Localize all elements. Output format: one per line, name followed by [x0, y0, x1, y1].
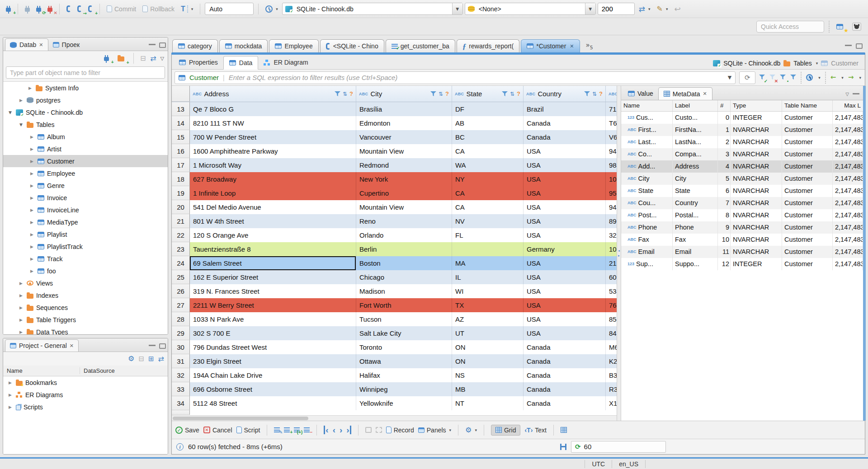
- cell-state[interactable]: BC: [452, 130, 524, 144]
- sort-icon[interactable]: ⇅: [343, 91, 347, 97]
- grid-row[interactable]: 25162 E Superior StreetChicagoILUSA60: [172, 270, 617, 284]
- meta-row[interactable]: ABCPhonePhone9NVARCHARCustomer2,147,483: [621, 221, 863, 234]
- text-view-button[interactable]: ‹T›Text: [524, 427, 547, 434]
- cell-postal[interactable]: 10: [606, 172, 617, 186]
- dbeaver-perspective-button[interactable]: [850, 21, 863, 32]
- expand-arrow-icon[interactable]: ▶: [30, 220, 35, 225]
- recent-sql-editor-button[interactable]: →: [75, 4, 84, 14]
- cell-postal[interactable]: 94: [606, 200, 617, 214]
- panels-button[interactable]: Panels▾: [418, 427, 451, 434]
- cell-country[interactable]: USA: [524, 144, 606, 158]
- meta-row[interactable]: ABCStateState6NVARCHARCustomer2,147,483: [621, 185, 863, 197]
- grid-row[interactable]: 15700 W Pender StreetVancouverBCCanadaV6: [172, 130, 617, 144]
- column-name[interactable]: Name: [3, 367, 80, 374]
- nav-new-folder-button[interactable]: +: [115, 54, 127, 63]
- maximize-icon[interactable]: [856, 43, 863, 49]
- cell-address[interactable]: 696 Osborne Street: [190, 382, 356, 396]
- cell-state[interactable]: WA: [452, 158, 524, 172]
- cell-state[interactable]: ON: [452, 354, 524, 368]
- expand-arrow-icon[interactable]: ▶: [30, 183, 35, 188]
- cell-address[interactable]: 700 W Pender Street: [190, 130, 356, 144]
- new-sql-editor-button[interactable]: +: [86, 4, 95, 14]
- cell-country[interactable]: Brazil: [524, 102, 606, 116]
- tree-item-system-info[interactable]: ▶System Info: [3, 82, 168, 94]
- cell-postal[interactable]: 71: [606, 102, 617, 116]
- column-header-postal[interactable]: ABC: [606, 86, 617, 102]
- grid-row[interactable]: 2469 Salem StreetBostonMAUSA21: [172, 256, 617, 270]
- meta-row[interactable]: ABCCityCity5NVARCHARCustomer2,147,483: [621, 173, 863, 185]
- cell-city[interactable]: Halifax: [356, 368, 452, 382]
- filter-dropdown-icon[interactable]: ▼: [728, 75, 731, 80]
- database-dropdown-button[interactable]: ▼: [585, 3, 595, 14]
- tree-item-invoiceline[interactable]: ▶InvoiceLine: [3, 204, 168, 216]
- grid-view-button[interactable]: Grid: [491, 425, 520, 436]
- meta-row[interactable]: 123Sup...Suppo...12INTEGERCustomer2,147,…: [621, 258, 863, 270]
- column-type[interactable]: Type: [731, 100, 782, 111]
- expand-arrow-icon[interactable]: ▶: [19, 98, 24, 103]
- expand-arrow-icon[interactable]: ▶: [19, 293, 24, 298]
- tree-item-data-types[interactable]: ▶Data Types: [3, 326, 168, 334]
- previous-row-button[interactable]: ‹: [333, 426, 335, 434]
- cell-city[interactable]: Mountain View: [356, 200, 452, 214]
- cell-address[interactable]: 230 Elgin Street: [190, 354, 356, 368]
- column-datasource[interactable]: DataSource: [80, 367, 115, 374]
- tree-item-employee[interactable]: ▶Employee: [3, 167, 168, 179]
- row-number[interactable]: 15: [172, 130, 190, 144]
- tab-metadata[interactable]: MetaData✕: [658, 87, 712, 100]
- tree-item-track[interactable]: ▶Track: [3, 253, 168, 265]
- cell-postal[interactable]: 32: [606, 228, 617, 242]
- tree-item-customer[interactable]: ▶Customer: [3, 155, 168, 167]
- editor-tab[interactable]: category: [172, 39, 218, 52]
- row-number[interactable]: 21: [172, 214, 190, 228]
- column-max-length[interactable]: Max L: [833, 100, 863, 111]
- expand-arrow-icon[interactable]: ▶: [30, 159, 35, 164]
- row-number[interactable]: 31: [172, 354, 190, 368]
- meta-row[interactable]: ABCEmailEmail11NVARCHARCustomer2,147,483: [621, 246, 863, 258]
- meta-row[interactable]: ABCPost...Postal...8NVARCHARCustomer2,14…: [621, 209, 863, 221]
- grid-row[interactable]: 161600 Amphitheatre ParkwayMountain View…: [172, 144, 617, 158]
- collapse-left-icon[interactable]: ◂: [618, 249, 620, 253]
- cell-state[interactable]: ON: [452, 340, 524, 354]
- tree-item-foo[interactable]: ▶foo: [3, 265, 168, 277]
- tree-item-playlisttrack[interactable]: ▶PlaylistTrack: [3, 240, 168, 253]
- meta-row[interactable]: 123Cus...Custo...0INTEGERCustomer2,147,4…: [621, 112, 863, 124]
- cell-postal[interactable]: X1: [606, 396, 617, 410]
- cell-city[interactable]: Boston: [356, 256, 452, 270]
- tree-item-artist[interactable]: ▶Artist: [3, 143, 168, 155]
- maximize-icon[interactable]: [159, 42, 166, 48]
- cancel-button[interactable]: ✕Cancel: [203, 427, 232, 434]
- commit-button[interactable]: Commit: [104, 4, 138, 14]
- maximize-icon[interactable]: [159, 343, 166, 349]
- grid-row[interactable]: 22120 S Orange AveOrlandoFLUSA32: [172, 228, 617, 242]
- cell-postal[interactable]: 21: [606, 256, 617, 270]
- expand-icon[interactable]: ⊞: [148, 355, 154, 363]
- expand-arrow-icon[interactable]: ▶: [9, 393, 13, 397]
- first-row-button[interactable]: ‹: [324, 426, 328, 434]
- cell-postal[interactable]: 84: [606, 326, 617, 340]
- save-filter-button[interactable]: ▪: [780, 74, 786, 81]
- cell-city[interactable]: Fort Worth: [356, 298, 452, 312]
- editor-tab[interactable]: *Customer✕: [521, 39, 580, 52]
- cell-city[interactable]: Cupertino: [356, 186, 452, 200]
- expand-right-icon[interactable]: ▸: [618, 254, 620, 258]
- nav-new-connection-button[interactable]: +: [102, 54, 111, 62]
- cell-country[interactable]: USA: [524, 228, 606, 242]
- cell-country[interactable]: USA: [524, 214, 606, 228]
- row-number[interactable]: 28: [172, 312, 190, 326]
- editor-tab[interactable]: Employee: [269, 39, 318, 52]
- panel-splitter[interactable]: ◂▸: [617, 86, 621, 421]
- grid-row[interactable]: 20541 Del Medio AvenueMountain ViewCAUSA…: [172, 200, 617, 214]
- row-number[interactable]: 26: [172, 284, 190, 298]
- cell-state[interactable]: DF: [452, 102, 524, 116]
- forward-arrow-icon[interactable]: →: [848, 74, 854, 81]
- locale-indicator[interactable]: en_US: [612, 460, 646, 468]
- editor-tab[interactable]: mockdata: [219, 39, 268, 52]
- chevron-down-icon[interactable]: ▾: [816, 61, 818, 66]
- tab-er-diagram[interactable]: ER Diagram: [258, 56, 313, 69]
- cell-address[interactable]: 319 N. Frances Street: [190, 284, 356, 298]
- expand-arrow-icon[interactable]: ▶: [30, 244, 35, 249]
- cell-country[interactable]: USA: [524, 256, 606, 270]
- cell-city[interactable]: Madison: [356, 284, 452, 298]
- cell-state[interactable]: NT: [452, 396, 524, 410]
- cell-country[interactable]: Canada: [524, 130, 606, 144]
